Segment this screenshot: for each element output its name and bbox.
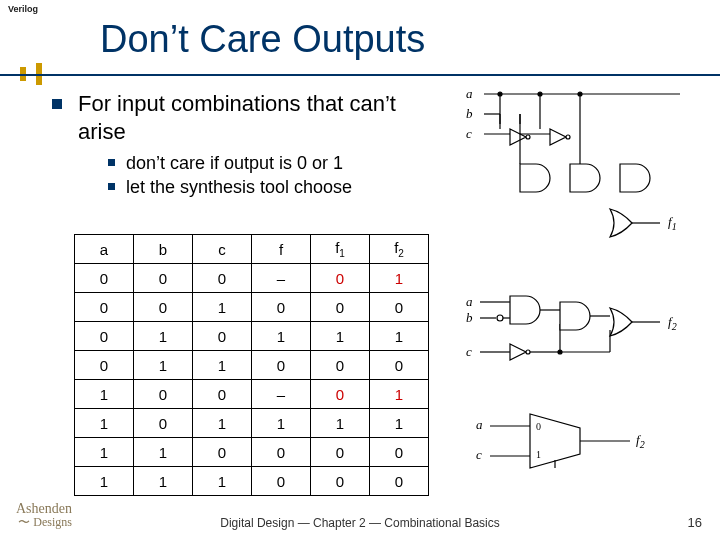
table-cell: 0 — [75, 293, 134, 322]
svg-text:1: 1 — [536, 449, 541, 460]
table-cell: 1 — [134, 351, 193, 380]
circuit-svg-2 — [460, 290, 700, 400]
table-cell: 0 — [370, 351, 429, 380]
table-row: 111000 — [75, 467, 429, 496]
table-cell: 0 — [370, 467, 429, 496]
d1-label-out: f1 — [668, 214, 677, 232]
circuit-svg-3: 0 1 — [470, 408, 700, 488]
svg-point-9 — [526, 135, 530, 139]
bullet-l2b: let the synthesis tool choose — [108, 175, 412, 199]
table-row: 000–01 — [75, 264, 429, 293]
title-area: Don’t Care Outputs — [0, 16, 720, 76]
svg-marker-22 — [510, 344, 526, 360]
col-c: c — [193, 235, 252, 264]
page-title: Don’t Care Outputs — [100, 18, 425, 61]
table-cell: 0 — [311, 351, 370, 380]
d2-label-b: b — [466, 310, 473, 326]
table-cell: 1 — [252, 322, 311, 351]
table-row: 011000 — [75, 351, 429, 380]
table-cell: 1 — [75, 380, 134, 409]
bullet-l1: For input combinations that can’t arise … — [52, 90, 412, 200]
header-label: Verilog — [8, 4, 38, 14]
table-cell: 1 — [370, 409, 429, 438]
table-cell: 1 — [370, 380, 429, 409]
table-cell: 0 — [193, 380, 252, 409]
table-cell: 1 — [193, 351, 252, 380]
table-cell: 0 — [252, 351, 311, 380]
d1-label-a: a — [466, 86, 473, 102]
d3-label-out: f2 — [636, 432, 645, 450]
table-cell: – — [252, 264, 311, 293]
table-cell: 0 — [311, 293, 370, 322]
table-cell: 0 — [252, 467, 311, 496]
table-cell: 1 — [311, 409, 370, 438]
svg-point-23 — [526, 350, 530, 354]
table-cell: 0 — [75, 351, 134, 380]
table-cell: 0 — [193, 322, 252, 351]
table-cell: 0 — [134, 380, 193, 409]
table-cell: 0 — [75, 322, 134, 351]
table-cell: 0 — [311, 264, 370, 293]
svg-point-31 — [558, 350, 562, 354]
truth-table: a b c f f1 f2 000–0100100001011101100010… — [74, 234, 429, 496]
table-cell: 1 — [370, 322, 429, 351]
col-f: f — [252, 235, 311, 264]
table-cell: 1 — [370, 264, 429, 293]
svg-text:0: 0 — [536, 421, 541, 432]
table-cell: 1 — [252, 409, 311, 438]
col-f1: f1 — [311, 235, 370, 264]
col-b: b — [134, 235, 193, 264]
table-cell: 0 — [134, 293, 193, 322]
circuit-diagram-f2a: a b c f2 — [460, 290, 700, 404]
table-row: 010111 — [75, 322, 429, 351]
svg-marker-8 — [510, 129, 526, 145]
table-row: 101111 — [75, 409, 429, 438]
table-cell: 0 — [193, 264, 252, 293]
table-cell: 1 — [193, 293, 252, 322]
table-cell: 0 — [311, 438, 370, 467]
d2-label-a: a — [466, 294, 473, 310]
table-cell: 1 — [311, 322, 370, 351]
bullet-l1-text: For input combinations that can’t arise — [78, 91, 396, 144]
table-row: 001000 — [75, 293, 429, 322]
table-cell: 0 — [134, 264, 193, 293]
footer-text: Digital Design — Chapter 2 — Combination… — [0, 516, 720, 530]
d3-label-c: c — [476, 447, 482, 463]
table-cell: 1 — [193, 409, 252, 438]
body-text: For input combinations that can’t arise … — [52, 90, 412, 208]
d1-label-b: b — [466, 106, 473, 122]
table-cell: 0 — [311, 380, 370, 409]
d1-label-c: c — [466, 126, 472, 142]
table-cell: 0 — [311, 467, 370, 496]
table-cell: 1 — [134, 438, 193, 467]
svg-point-19 — [497, 315, 503, 321]
table-cell: 1 — [75, 467, 134, 496]
d3-label-a: a — [476, 417, 483, 433]
svg-marker-10 — [550, 129, 566, 145]
table-cell: 0 — [252, 438, 311, 467]
table-cell: 0 — [370, 293, 429, 322]
table-cell: 0 — [252, 293, 311, 322]
table-cell: 0 — [193, 438, 252, 467]
table-cell: 0 — [134, 409, 193, 438]
table-cell: 0 — [370, 438, 429, 467]
svg-point-11 — [566, 135, 570, 139]
table-cell: 1 — [75, 438, 134, 467]
truth-table-grid: a b c f f1 f2 000–0100100001011101100010… — [74, 234, 429, 496]
table-header-row: a b c f f1 f2 — [75, 235, 429, 264]
circuit-diagram-f1: a b c f1 — [460, 84, 700, 258]
title-divider — [0, 74, 720, 76]
circuit-svg-1 — [460, 84, 700, 254]
d2-label-c: c — [466, 344, 472, 360]
table-cell: 0 — [75, 264, 134, 293]
col-a: a — [75, 235, 134, 264]
table-row: 110000 — [75, 438, 429, 467]
page-number: 16 — [688, 515, 702, 530]
col-f2: f2 — [370, 235, 429, 264]
logo-line1: Ashenden — [16, 502, 72, 516]
table-cell: 1 — [75, 409, 134, 438]
circuit-diagram-mux: 0 1 a c f2 — [470, 408, 700, 492]
table-cell: – — [252, 380, 311, 409]
table-cell: 1 — [134, 467, 193, 496]
table-cell: 1 — [193, 467, 252, 496]
